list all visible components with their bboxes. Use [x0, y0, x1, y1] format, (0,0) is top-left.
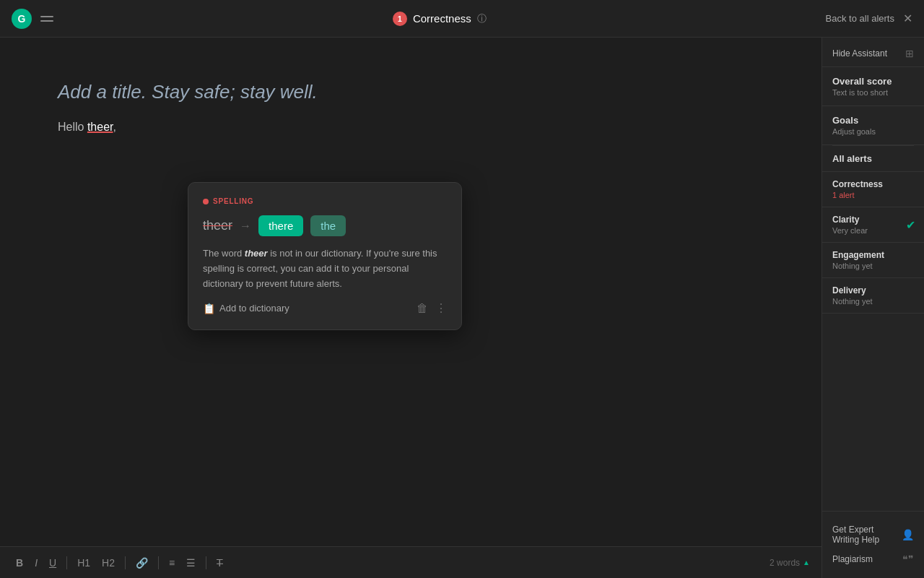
italic-button[interactable]: I	[30, 554, 42, 571]
trash-icon[interactable]: 🗑	[417, 302, 428, 315]
overall-score-section: Overall score Text is too short	[822, 67, 924, 106]
body-prefix: Hello	[58, 121, 87, 133]
plagiarism-label: Plagiarism	[832, 554, 873, 564]
link-button[interactable]: 🔗	[131, 554, 152, 571]
quote-icon: ❝❞	[902, 553, 914, 565]
sidebar-top: Hide Assistant ⊞	[822, 38, 924, 67]
engagement-item-title: Engagement	[832, 250, 914, 260]
arrow-icon: →	[240, 220, 251, 233]
sidebar-bottom: Get Expert Writing Help 👤 Plagiarism ❝❞	[822, 511, 924, 578]
hamburger-icon[interactable]	[40, 16, 53, 22]
correctness-title: Correctness	[413, 12, 471, 25]
sidebar-icon-group: ⊞	[905, 48, 914, 59]
delivery-item-value: Nothing yet	[832, 297, 914, 306]
sidebar-delivery-item[interactable]: Delivery Nothing yet	[822, 278, 924, 314]
h2-button[interactable]: H2	[97, 554, 119, 571]
clarity-item-title: Clarity	[832, 215, 914, 225]
info-icon[interactable]: ⓘ	[477, 12, 487, 25]
clear-format-button[interactable]: T̶	[212, 554, 227, 571]
misspelled-word[interactable]: theer	[87, 121, 113, 133]
delivery-item-title: Delivery	[832, 285, 914, 296]
suggestion-row: theer → there the	[203, 215, 447, 236]
overall-score-sub: Text is too short	[832, 88, 914, 97]
spelling-dot	[203, 199, 209, 204]
sidebar-spacer	[822, 314, 924, 511]
get-expert-label: Get Expert Writing Help	[832, 525, 902, 545]
dict-icon: 📋	[203, 303, 215, 314]
goals-title: Goals	[832, 115, 914, 126]
hide-assistant-label[interactable]: Hide Assistant	[832, 48, 887, 59]
all-alerts-section: All alerts	[822, 146, 924, 172]
toolbar-divider-1	[66, 556, 67, 569]
h1-button[interactable]: H1	[73, 554, 95, 571]
right-sidebar: Hide Assistant ⊞ Overall score Text is t…	[821, 38, 924, 578]
toolbar-divider-4	[206, 556, 206, 569]
correctness-item-value: 1 alert	[832, 191, 914, 199]
get-expert-item[interactable]: Get Expert Writing Help 👤	[832, 520, 914, 549]
spelling-popup: SPELLING theer → there the The word thee…	[188, 182, 462, 330]
goals-section[interactable]: Goals Adjust goals	[822, 106, 924, 145]
toolbar-divider-2	[125, 556, 126, 569]
main-layout: Add a title. Stay safe; stay well. Hello…	[0, 38, 924, 578]
topbar-right: Back to all alerts ✕	[826, 12, 912, 25]
spelling-description: The word theer is not in our dictionary.…	[203, 246, 447, 291]
body-suffix: ,	[113, 121, 116, 133]
clarity-item-value: Very clear	[832, 226, 914, 235]
correctness-badge: 1	[393, 12, 407, 26]
person-icon: 👤	[902, 529, 914, 540]
overall-score-title: Overall score	[832, 76, 914, 87]
back-all-alerts-link[interactable]: Back to all alerts	[826, 13, 894, 24]
popup-actions: 🗑 ⋮	[417, 301, 447, 315]
sidebar-correctness-item[interactable]: Correctness 1 alert	[822, 172, 924, 207]
toolbar-divider-3	[158, 556, 159, 569]
word-count-arrow[interactable]: ▲	[803, 558, 810, 566]
engagement-item-value: Nothing yet	[832, 262, 914, 270]
doc-body: Hello theer,	[58, 118, 764, 137]
suggestion-there-button[interactable]: there	[258, 215, 303, 236]
word-count: 2 words ▲	[770, 558, 810, 568]
bold-button[interactable]: B	[12, 554, 27, 571]
all-alerts-title: All alerts	[832, 153, 914, 164]
sidebar-clarity-item[interactable]: Clarity Very clear ✔	[822, 207, 924, 243]
editor-area[interactable]: Add a title. Stay safe; stay well. Hello…	[0, 38, 821, 578]
close-icon[interactable]: ✕	[903, 12, 912, 25]
sidebar-engagement-item[interactable]: Engagement Nothing yet	[822, 243, 924, 278]
add-to-dictionary[interactable]: 📋 Add to dictionary	[203, 303, 289, 314]
more-options-icon[interactable]: ⋮	[435, 301, 447, 315]
topbar: G 1 Correctness ⓘ Back to all alerts ✕	[0, 0, 924, 38]
wrong-word: theer	[203, 218, 232, 233]
suggestion-the-button[interactable]: the	[310, 215, 346, 236]
sidebar-layout-icon[interactable]: ⊞	[905, 48, 914, 59]
unordered-list-button[interactable]: ☰	[182, 554, 200, 571]
underline-button[interactable]: U	[45, 554, 61, 571]
correctness-item-title: Correctness	[832, 179, 914, 189]
doc-title: Add a title. Stay safe; stay well.	[58, 81, 764, 103]
plagiarism-item[interactable]: Plagiarism ❝❞	[832, 549, 914, 569]
clarity-check-icon: ✔	[906, 218, 915, 232]
topbar-left: G	[12, 9, 53, 29]
topbar-center: 1 Correctness ⓘ	[393, 12, 487, 26]
ordered-list-button[interactable]: ≡	[165, 554, 179, 571]
goals-sub: Adjust goals	[832, 127, 914, 136]
spelling-label: SPELLING	[203, 197, 447, 205]
popup-footer: 📋 Add to dictionary 🗑 ⋮	[203, 301, 447, 315]
grammarly-logo: G	[12, 9, 32, 29]
toolbar: B I U H1 H2 🔗 ≡ ☰ T̶ 2 words ▲	[0, 546, 821, 578]
